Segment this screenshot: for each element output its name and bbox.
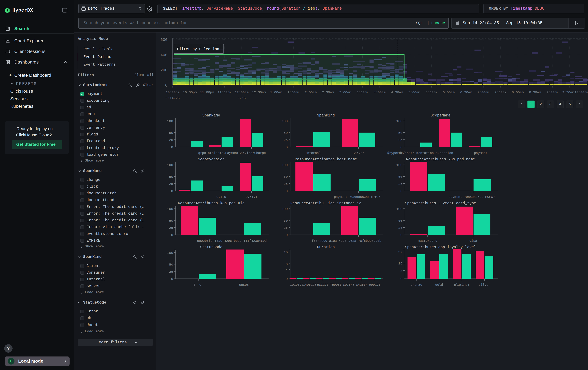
svg-text:842654: 842654 (356, 283, 368, 287)
svg-text:Internal: Internal (305, 151, 321, 155)
svg-text:9/14/25: 9/14/25 (166, 96, 180, 100)
svg-text:2:30am: 2:30am (322, 90, 334, 94)
svg-text:100: 100 (167, 163, 173, 167)
svg-text:0: 0 (400, 189, 402, 193)
svg-text:ResourceAttributes.k8s.pod.nam: ResourceAttributes.k8s.pod.name (406, 157, 475, 161)
svg-text:16: 16 (284, 250, 288, 254)
svg-text:0: 0 (171, 277, 173, 281)
svg-text:0: 0 (171, 189, 173, 193)
svg-text:32: 32 (398, 250, 402, 254)
svg-text:100: 100 (167, 251, 173, 255)
svg-text:f5344ec9-a1ea-4290-a62a-78f5be: f5344ec9-a1ea-4290-a62a-78f5bee8d90b (312, 239, 381, 243)
svg-text:10:00pm: 10:00pm (166, 90, 179, 94)
svg-text:1019375: 1019375 (290, 283, 304, 287)
svg-text:7:30am: 7:30am (495, 90, 506, 94)
svg-text:ResourceAttribu..ice.instance.: ResourceAttribu..ice.instance.id (290, 201, 361, 205)
svg-text:100: 100 (396, 207, 402, 211)
svg-text:25: 25 (169, 226, 173, 230)
svg-text:SpanKind: SpanKind (317, 113, 335, 118)
svg-text:5:30am: 5:30am (426, 90, 437, 94)
svg-text:silver: silver (479, 283, 490, 287)
svg-text:50: 50 (398, 219, 402, 223)
svg-text:ScopeVersion: ScopeVersion (198, 157, 225, 161)
svg-text:6:00am: 6:00am (443, 90, 455, 94)
svg-text:100: 100 (282, 163, 288, 167)
svg-text:4:30am: 4:30am (391, 90, 403, 94)
svg-text:ResourceAttributes.k8s.pod.uid: ResourceAttributes.k8s.pod.uid (178, 201, 245, 205)
svg-text:25: 25 (398, 226, 402, 230)
svg-text:999176: 999176 (369, 283, 381, 287)
svg-text:25: 25 (398, 138, 402, 142)
svg-text:Filter by Selection: Filter by Selection (177, 47, 219, 51)
svg-text:5e02b5fb-13ae-4296-bbbc-111f42: 5e02b5fb-13ae-4296-bbbc-111f423c460d (197, 239, 267, 243)
svg-text:50: 50 (169, 219, 173, 223)
svg-text:4:00am: 4:00am (374, 90, 386, 94)
svg-text:grpc.oteldemo.PaymentService/C: grpc.oteldemo.PaymentService/Charge (198, 151, 266, 155)
svg-text:583275: 583275 (317, 283, 329, 287)
svg-text:25: 25 (169, 138, 173, 142)
svg-text:50: 50 (284, 219, 288, 223)
svg-text:759085: 759085 (330, 283, 342, 287)
svg-text:payment: payment (474, 151, 488, 155)
svg-text:12:00am: 12:00am (235, 90, 249, 94)
svg-text:25: 25 (398, 182, 402, 186)
svg-text:6:30am: 6:30am (460, 90, 472, 94)
svg-text:25: 25 (169, 182, 173, 186)
svg-text:50: 50 (398, 175, 402, 179)
svg-text:visa: visa (469, 239, 477, 243)
svg-text:SpanName: SpanName (202, 113, 220, 118)
svg-text:5:00am: 5:00am (408, 90, 420, 94)
svg-text:100: 100 (396, 163, 402, 167)
svg-text:gold: gold (435, 283, 443, 287)
svg-text:8:30am: 8:30am (529, 90, 541, 94)
svg-text:9:00am: 9:00am (546, 90, 558, 94)
svg-text:0: 0 (286, 277, 288, 281)
svg-text:3:00am: 3:00am (339, 90, 351, 94)
svg-text:0: 0 (286, 189, 288, 193)
svg-text:StatusCode: StatusCode (200, 245, 222, 249)
svg-text:25: 25 (169, 270, 173, 274)
svg-text:0: 0 (400, 145, 402, 149)
svg-text:100: 100 (167, 207, 173, 211)
svg-text:100: 100 (167, 119, 173, 123)
svg-text:50: 50 (284, 175, 288, 179)
svg-text:25: 25 (284, 138, 288, 142)
svg-text:payment-7985c8969c-mwmw7: payment-7985c8969c-mwmw7 (449, 195, 495, 199)
svg-text:11:30pm: 11:30pm (218, 90, 231, 94)
svg-text:3:30am: 3:30am (357, 90, 368, 94)
svg-text:8: 8 (400, 269, 402, 273)
svg-text:0: 0 (400, 233, 402, 237)
svg-text:0: 0 (286, 145, 288, 149)
svg-text:8: 8 (286, 262, 288, 266)
svg-text:50: 50 (169, 263, 173, 267)
svg-text:807648: 807648 (343, 283, 355, 287)
svg-text:Server: Server (353, 151, 364, 155)
svg-text:0: 0 (165, 83, 168, 88)
svg-text:50: 50 (169, 175, 173, 179)
svg-text:0.1.0: 0.1.0 (216, 195, 226, 199)
svg-text:25: 25 (284, 182, 288, 186)
svg-text:1405128: 1405128 (303, 283, 316, 287)
svg-text:1:00am: 1:00am (270, 90, 282, 94)
svg-text:100: 100 (282, 207, 288, 211)
svg-text:bronze: bronze (410, 283, 422, 287)
svg-text:0: 0 (400, 277, 402, 281)
svg-text:10:00am: 10:00am (575, 90, 588, 94)
svg-text:0.51.1: 0.51.1 (246, 195, 257, 199)
svg-text:SpanAttributes...yment.card_ty: SpanAttributes...yment.card_type (405, 201, 476, 205)
svg-text:0: 0 (286, 233, 288, 237)
svg-text:2:00am: 2:00am (305, 90, 317, 94)
svg-text:4: 4 (286, 268, 288, 272)
svg-text:12:30am: 12:30am (252, 90, 266, 94)
svg-text:7:00am: 7:00am (477, 90, 489, 94)
svg-text:10:30pm: 10:30pm (183, 90, 197, 94)
svg-text:platinum: platinum (454, 283, 470, 287)
svg-text:50: 50 (284, 131, 288, 135)
svg-text:50: 50 (169, 131, 173, 135)
svg-text:Error: Error (194, 283, 203, 287)
svg-text:25: 25 (284, 226, 288, 230)
svg-text:ResourceAttributes.host.name: ResourceAttributes.host.name (295, 157, 357, 161)
svg-text:16: 16 (398, 262, 402, 265)
svg-text:Unset: Unset (239, 283, 249, 287)
svg-text:9/15: 9/15 (238, 96, 246, 100)
